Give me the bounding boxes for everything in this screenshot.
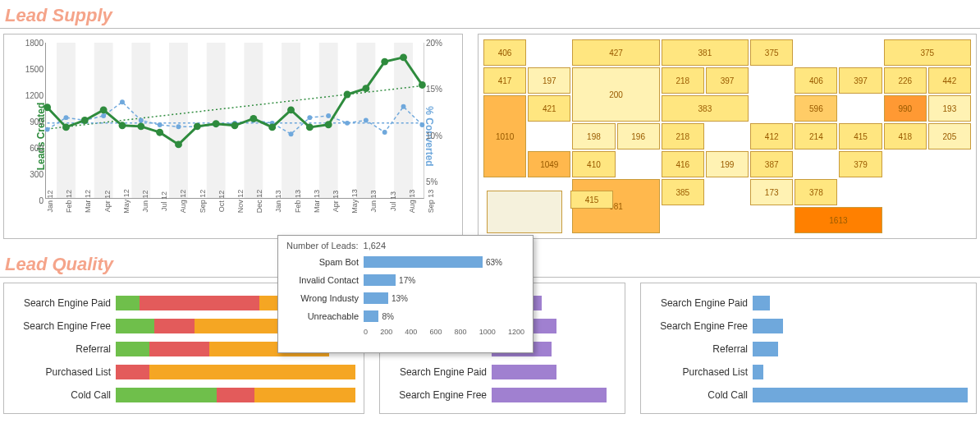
tooltip-row: Unreachable8%: [286, 310, 524, 323]
x-tick: Dec 12: [255, 190, 263, 214]
divider: [0, 28, 980, 29]
y-tick-right: 15%: [424, 85, 442, 94]
state-cell[interactable]: 596: [795, 95, 837, 122]
y-tick: 300: [30, 170, 46, 179]
bar-row: Search Engine Paid: [380, 362, 616, 382]
state-cell[interactable]: 385: [662, 179, 704, 205]
tooltip-row: Wrong Industy13%: [286, 292, 524, 305]
svg-point-48: [362, 85, 369, 92]
tooltip-pct: 17%: [396, 276, 415, 285]
state-cell[interactable]: 173: [750, 179, 793, 205]
x-tick: Jun 12: [141, 190, 149, 212]
bar-track[interactable]: [492, 365, 616, 379]
x-tick: Jan 12: [46, 190, 54, 212]
y-tick-right: 5%: [424, 177, 437, 186]
state-cell[interactable]: 1010: [483, 95, 526, 177]
bar-segment: [149, 365, 355, 379]
tooltip-row: Invalid Contact17%: [286, 274, 524, 287]
state-cell[interactable]: 379: [839, 151, 882, 177]
bar-label: Search Engine Paid: [380, 366, 492, 378]
state-cell[interactable]: 387: [750, 151, 793, 177]
x-tick: Oct 12: [218, 191, 226, 213]
svg-point-47: [344, 91, 351, 99]
x-tick: Feb 12: [65, 190, 73, 213]
tooltip-row-label: Spam Bot: [286, 257, 364, 267]
us-map-chart[interactable]: 4064273813753754171972002183974063972264…: [478, 34, 977, 239]
tooltip-bar: [364, 256, 483, 268]
state-cell[interactable]: 196: [617, 123, 660, 149]
state-cell[interactable]: 383: [662, 95, 749, 122]
state-cell[interactable]: 990: [884, 95, 927, 122]
state-cell[interactable]: 442: [928, 67, 971, 94]
svg-point-17: [176, 124, 181, 129]
state-cell[interactable]: 226: [884, 67, 927, 94]
state-cell[interactable]: 218: [662, 67, 704, 94]
bar-row: Search Engine Free: [641, 316, 968, 336]
state-cell[interactable]: 421: [528, 95, 570, 122]
svg-point-32: [62, 123, 70, 131]
state-cell[interactable]: 197: [528, 67, 570, 94]
state-cell[interactable]: 198: [572, 123, 615, 149]
bar-segment: [217, 388, 255, 402]
svg-point-10: [45, 127, 50, 132]
bar-track[interactable]: [753, 319, 968, 333]
state-cell[interactable]: 193: [928, 95, 971, 122]
x-tick: Sep 12: [199, 190, 207, 214]
bar-row: Search Engine Free: [380, 385, 616, 405]
svg-point-24: [307, 115, 312, 120]
quality-blue-chart[interactable]: Search Engine PaidSearch Engine FreeRefe…: [640, 283, 977, 414]
state-cell[interactable]: 214: [795, 123, 837, 149]
bar-track[interactable]: [753, 365, 968, 379]
state-cell[interactable]: 406: [483, 39, 526, 66]
bar-row: Purchased List: [4, 362, 355, 382]
bar-track[interactable]: [753, 296, 968, 310]
state-cell[interactable]: 410: [572, 151, 615, 177]
x-tick: Feb 13: [294, 190, 302, 213]
bar-segment: [492, 388, 607, 402]
state-cell[interactable]: 412: [750, 123, 793, 149]
tooltip-title-label: Number of Leads:: [286, 241, 358, 251]
state-cell[interactable]: 397: [839, 67, 882, 94]
state-cell[interactable]: 416: [662, 151, 704, 177]
state-cell[interactable]: 218: [662, 123, 704, 149]
bar-track[interactable]: [116, 365, 355, 379]
tooltip-axis-tick: 1000: [479, 328, 496, 336]
x-tick: Jan 13: [274, 190, 282, 212]
state-cell[interactable]: 199: [706, 151, 749, 177]
svg-point-36: [137, 122, 144, 130]
x-tick: Nov 12: [236, 190, 245, 214]
tooltip-axis-tick: 600: [429, 328, 442, 336]
state-cell[interactable]: 418: [884, 123, 927, 149]
state-cell[interactable]: 397: [706, 67, 749, 94]
y-tick-right: 10%: [424, 131, 442, 140]
state-cell[interactable]: 406: [795, 67, 837, 94]
state-cell[interactable]: 375: [884, 39, 971, 66]
state-cell[interactable]: 1049: [528, 151, 570, 177]
bar-row: Cold Call: [641, 385, 968, 405]
state-cell[interactable]: 200: [572, 67, 659, 122]
bar-track[interactable]: [492, 388, 616, 402]
bar-segment: [116, 365, 149, 379]
x-tick: Jun 13: [369, 190, 378, 212]
bar-row: Cold Call: [4, 385, 355, 405]
state-cell[interactable]: 427: [572, 39, 659, 66]
supply-line-chart[interactable]: Leads Created % Converted 03006009001200…: [3, 34, 463, 239]
tooltip-bar: [364, 310, 378, 322]
bar-track[interactable]: [116, 388, 355, 402]
state-cell[interactable]: 415: [839, 123, 882, 149]
svg-rect-7: [319, 43, 338, 198]
svg-rect-1: [94, 43, 113, 198]
state-cell[interactable]: 378: [795, 179, 837, 205]
bar-label: Purchased List: [4, 366, 116, 378]
y-tick: 0: [39, 196, 46, 205]
state-cell[interactable]: 381: [662, 39, 749, 66]
x-tick: Mar 13: [313, 190, 321, 213]
bar-track[interactable]: [753, 388, 968, 402]
state-cell[interactable]: 375: [750, 39, 793, 66]
state-cell[interactable]: 205: [928, 123, 971, 149]
bar-track[interactable]: [753, 342, 968, 356]
state-cell[interactable]: 1613: [795, 207, 882, 233]
x-tick: Jul 13: [389, 191, 397, 211]
state-cell[interactable]: 417: [483, 67, 526, 94]
bar-segment: [753, 388, 968, 402]
